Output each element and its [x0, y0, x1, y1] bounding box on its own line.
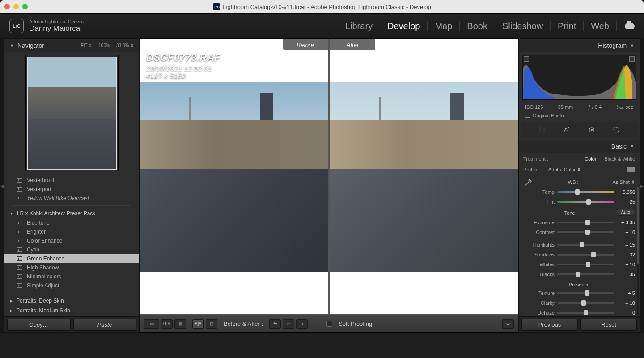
loupe-view-button[interactable]: ▭ [144, 319, 159, 329]
white-balance-picker-icon[interactable] [523, 177, 534, 188]
right-scrollbar[interactable] [637, 187, 639, 315]
preset-item[interactable]: Vesterport [4, 185, 139, 194]
clarity-label: Clarity [523, 300, 555, 306]
module-map[interactable]: Map [428, 21, 460, 31]
before-pane[interactable]: Before DSCF0773.RAF 23/10/2021 12.52.01 … [140, 39, 328, 314]
preset-icon [17, 265, 22, 270]
after-pane[interactable]: After [330, 39, 518, 314]
treatment-color[interactable]: Color [585, 156, 596, 162]
swap-button[interactable]: ⇆ [269, 319, 281, 329]
divider [13, 293, 130, 293]
preset-item[interactable]: Blue tone [4, 218, 139, 227]
module-library[interactable]: Library [338, 21, 380, 31]
clarity-value[interactable]: – 10 [617, 300, 635, 306]
previous-button[interactable]: Previous [521, 319, 578, 331]
nav-zoom-100[interactable]: 100% [98, 43, 110, 48]
whites-label: Whites [523, 262, 555, 267]
right-edge-grip[interactable]: ▶ [640, 38, 644, 333]
preset-group-collapsed[interactable]: ▶Portraits: Medium Skin [4, 306, 139, 315]
highlights-value[interactable]: – 15 [617, 242, 635, 247]
basic-panel-header[interactable]: Basic ▼ [519, 140, 640, 153]
histogram-header[interactable]: Histogram ▼ [519, 39, 640, 52]
preset-item[interactable]: Minimal colors [4, 272, 139, 281]
profile-value[interactable]: Adobe Color ⇕ [548, 167, 624, 173]
checkbox-icon [525, 114, 530, 118]
histogram-chart[interactable] [522, 55, 636, 100]
paste-button[interactable]: Paste [73, 319, 137, 331]
whites-slider[interactable] [557, 264, 614, 265]
ref-view-button-2[interactable]: ▤ [174, 319, 186, 329]
toolbar-menu-button[interactable] [502, 319, 514, 329]
tint-value[interactable]: + 25 [617, 199, 635, 205]
clarity-slider[interactable] [557, 302, 614, 304]
blacks-slider[interactable] [557, 273, 614, 275]
preset-item[interactable]: Vesterbro II [4, 176, 139, 185]
redeye-tool-icon[interactable] [587, 125, 596, 134]
user-name: Danny Maiorca [29, 24, 84, 33]
tint-slider[interactable] [557, 201, 614, 203]
preset-item[interactable]: Yellow Wall Bike Overcast [4, 194, 139, 203]
dehaze-slider[interactable] [557, 312, 614, 314]
healing-tool-icon[interactable] [562, 125, 571, 134]
blacks-value[interactable]: – 35 [617, 272, 635, 277]
exposure-value[interactable]: + 0,35 [617, 220, 635, 225]
reset-button[interactable]: Reset [580, 319, 637, 331]
tool-strip [521, 122, 637, 138]
preset-group-collapsed[interactable]: ▶Portraits: Deep Skin [4, 296, 139, 306]
nav-zoom-33[interactable]: 33.3% ⇕ [116, 43, 134, 48]
disclosure-triangle-icon: ▼ [10, 212, 13, 216]
shadows-value[interactable]: + 32 [617, 252, 635, 257]
auto-tone-button[interactable]: Auto [616, 209, 635, 216]
dehaze-value[interactable]: 0 [617, 310, 635, 315]
treatment-bw[interactable]: Black & White [605, 156, 635, 162]
module-slideshow[interactable]: Slideshow [495, 21, 551, 31]
ref-view-button[interactable]: R|A [161, 319, 173, 329]
preset-item-selected[interactable]: Green Enhance [4, 254, 139, 263]
preset-item[interactable]: Cyan [4, 245, 139, 254]
texture-value[interactable]: + 5 [617, 290, 635, 296]
module-develop[interactable]: Develop [380, 21, 428, 31]
preset-item[interactable]: Simple Adjust [4, 281, 139, 290]
module-web[interactable]: Web [584, 21, 617, 31]
preset-item[interactable]: High Shadow [4, 263, 139, 272]
compare-lr-button[interactable]: Y|Y [192, 319, 204, 329]
temp-slider[interactable] [557, 191, 614, 193]
exposure-label: Exposure [523, 220, 555, 225]
nav-fit[interactable]: FIT ⇕ [81, 43, 93, 48]
preset-icon [17, 283, 22, 288]
cloud-sync-icon[interactable] [625, 23, 635, 29]
module-print[interactable]: Print [551, 21, 584, 31]
preset-group-header[interactable]: ▼LR x Kohki Architect Preset Pack [4, 209, 139, 218]
divider [13, 205, 130, 206]
compare-tb-button[interactable]: ⊟ [206, 319, 217, 329]
copy-after-button[interactable]: ⫞ [296, 319, 308, 329]
basic-title: Basic [611, 143, 627, 150]
shadows-slider[interactable] [557, 254, 614, 256]
texture-slider[interactable] [557, 292, 614, 294]
window-title: LrC Lightroom Catalog-v10-v11.lrcat - Ad… [0, 3, 644, 10]
masking-tool-icon[interactable] [612, 125, 621, 134]
temp-value[interactable]: 5.350 [617, 189, 635, 195]
whites-value[interactable]: + 10 [617, 262, 635, 267]
image-metadata-overlay: DSCF0773.RAF 23/10/2021 12.52.01 4127 x … [146, 52, 220, 80]
original-photo-toggle[interactable]: Original Photo [519, 112, 640, 122]
copy-button[interactable]: Copy… [7, 319, 71, 331]
wb-value[interactable]: As Shot ⇕ [612, 179, 635, 185]
highlights-slider[interactable] [557, 244, 614, 246]
contrast-value[interactable]: + 10 [617, 230, 635, 235]
soft-proofing-checkbox[interactable] [326, 321, 332, 327]
copy-before-button[interactable]: ⇐ [283, 319, 294, 329]
tint-label: Tint [523, 199, 555, 205]
preset-item[interactable]: Brighter [4, 227, 139, 236]
preset-item[interactable]: Color Enhance [4, 236, 139, 245]
navigator-thumbnail[interactable] [27, 57, 117, 170]
profile-browser-icon[interactable] [627, 167, 635, 172]
navigator-header[interactable]: ▼ Navigator FIT ⇕ 100% 33.3% ⇕ [4, 39, 139, 52]
contrast-slider[interactable] [557, 231, 614, 233]
exposure-slider[interactable] [557, 222, 614, 223]
module-book[interactable]: Book [460, 21, 495, 31]
crop-tool-icon[interactable] [538, 125, 547, 134]
left-edge-grip[interactable]: ◀ [0, 38, 4, 333]
after-photo [330, 82, 518, 272]
module-picker: Library Develop Map Book Slideshow Print… [338, 21, 635, 31]
